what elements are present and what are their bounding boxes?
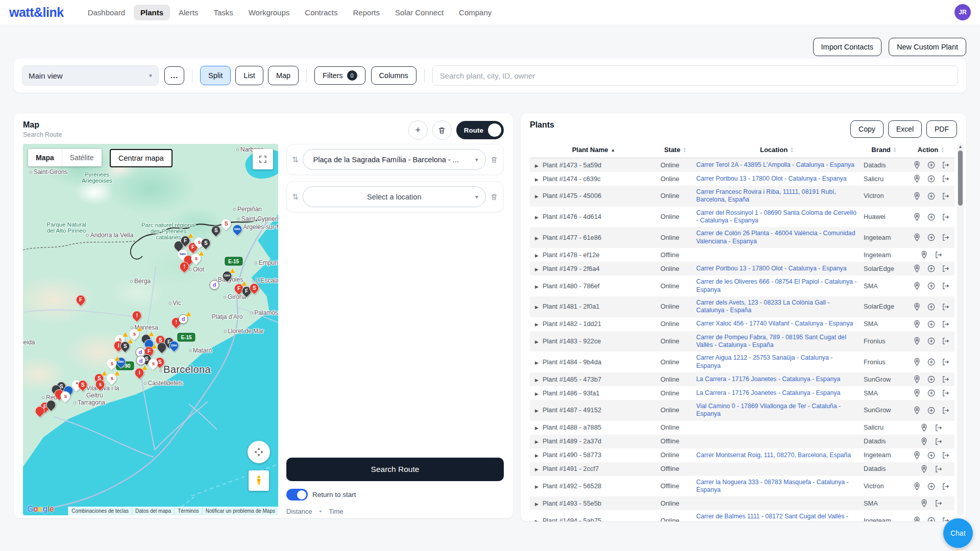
location-pin-icon[interactable] xyxy=(913,282,921,290)
plant-location-link[interactable]: Carrer de les Oliveres 666 - 08754 El Pa… xyxy=(693,276,861,296)
nav-item-dashboard[interactable]: Dashboard xyxy=(81,5,132,20)
open-external-icon[interactable] xyxy=(941,516,950,521)
location-pin-icon[interactable] xyxy=(913,161,921,169)
table-row[interactable]: ▶Plant #1493 - 55e5bOnlineSMA xyxy=(530,496,954,510)
open-external-icon[interactable] xyxy=(934,423,943,432)
location-pin-icon[interactable] xyxy=(913,516,921,521)
route-stop-select-2[interactable]: Select a location▾ xyxy=(303,186,486,207)
map-marker[interactable]: s xyxy=(149,359,158,368)
open-external-icon[interactable] xyxy=(941,161,950,169)
expand-row-icon[interactable]: ▶ xyxy=(535,284,538,289)
map-marker[interactable]: F xyxy=(76,295,85,305)
clear-route-button[interactable] xyxy=(432,120,452,140)
expand-row-icon[interactable]: ▶ xyxy=(535,339,538,344)
map-marker[interactable]: d xyxy=(179,314,188,324)
table-row[interactable]: ▶Plant #1492 - 56528OfflineCarrer la Nog… xyxy=(530,476,954,497)
location-pin-icon[interactable] xyxy=(913,320,921,329)
attribution-t-rminos[interactable]: Términos xyxy=(174,507,202,515)
plant-location-link[interactable]: La Carrera - 17176 Joanetes - Catalunya … xyxy=(693,386,861,400)
location-pin-icon[interactable] xyxy=(913,337,921,345)
plant-location-link[interactable]: Carrer Aigua 1212 - 25753 Sanaüja - Cata… xyxy=(693,352,861,372)
map-marker[interactable]: S xyxy=(201,238,210,248)
map-marker[interactable]: S xyxy=(211,226,220,235)
table-row[interactable]: ▶Plant #1476 - 4d614OnlineCarrer del Ros… xyxy=(530,207,954,228)
location-pin-icon[interactable] xyxy=(913,389,921,397)
search-route-button[interactable]: Search Route xyxy=(286,458,504,481)
drag-handle-icon[interactable]: ⇅ xyxy=(292,155,299,164)
open-external-icon[interactable] xyxy=(941,482,950,491)
table-row[interactable]: ▶Plant #1479 - 2f6a4OnlineCarrer Portbou… xyxy=(530,262,954,276)
expand-row-icon[interactable]: ▶ xyxy=(535,453,538,458)
add-icon[interactable] xyxy=(927,161,936,169)
nav-item-tasks[interactable]: Tasks xyxy=(207,5,239,20)
table-row[interactable]: ▶Plant #1494 - 5ab75OnlineCarrer de Balm… xyxy=(530,510,954,521)
map-marker[interactable]: ! xyxy=(132,311,141,320)
add-icon[interactable] xyxy=(927,303,936,311)
add-icon[interactable] xyxy=(927,451,936,460)
map-marker[interactable]: ! xyxy=(180,261,189,271)
location-pin-icon[interactable] xyxy=(913,233,921,242)
location-pin-icon[interactable] xyxy=(920,499,928,508)
location-pin-icon[interactable] xyxy=(920,423,928,432)
map-type-satelite[interactable]: Satélite xyxy=(62,149,102,166)
scrollbar-up-arrow[interactable]: ▲ xyxy=(957,143,964,149)
plant-location-link[interactable]: Carrer Portbou 13 - 17800 Olot - Catalun… xyxy=(693,172,861,186)
filters-button[interactable]: Filters 0 xyxy=(314,66,365,85)
table-row[interactable]: ▶Plant #1489 - 2a37dOfflineDatadis xyxy=(530,435,954,448)
table-row[interactable]: ▶Plant #1478 - ef12eOfflineIngeteam xyxy=(530,248,954,262)
column-header-state[interactable]: State▲▼ xyxy=(657,142,693,158)
map-marker[interactable]: S xyxy=(120,341,130,351)
add-icon[interactable] xyxy=(927,264,936,273)
open-external-icon[interactable] xyxy=(934,437,943,446)
plant-location-link[interactable]: La Carrera - 17176 Joanetes - Catalunya … xyxy=(693,372,861,386)
map-marker[interactable]: s xyxy=(107,358,116,368)
add-icon[interactable] xyxy=(927,375,936,384)
table-row[interactable]: ▶Plant #1488 - a7885OnlineSalicru xyxy=(530,421,954,435)
plant-location-link[interactable]: Carrer de Pompeu Fabra, 789 - 08195 Sant… xyxy=(693,331,861,352)
table-row[interactable]: ▶Plant #1491 - 2ccf7OfflineDatadis xyxy=(530,462,954,476)
plant-location-link[interactable]: Carrer Francesc Rovira i Riba, 11111, 08… xyxy=(693,186,861,207)
location-pin-icon[interactable] xyxy=(920,251,928,259)
open-external-icon[interactable] xyxy=(941,320,950,329)
import-contacts-button[interactable]: Import Contacts xyxy=(813,38,881,56)
add-icon[interactable] xyxy=(927,213,936,221)
map-marker[interactable] xyxy=(157,342,167,352)
expand-row-icon[interactable]: ▶ xyxy=(535,484,538,489)
plant-location-link[interactable]: Carrer Xaloc 456 - 17740 Vilafant - Cata… xyxy=(693,317,861,331)
sort-icon[interactable]: ▲▼ xyxy=(683,147,687,153)
add-icon[interactable] xyxy=(927,389,936,397)
add-icon[interactable] xyxy=(927,233,936,242)
columns-button[interactable]: Columns xyxy=(371,66,416,85)
add-icon[interactable] xyxy=(927,406,936,415)
location-pin-icon[interactable] xyxy=(920,437,928,446)
view-mode-split[interactable]: Split xyxy=(200,66,231,85)
scrollbar-thumb[interactable] xyxy=(958,151,963,206)
nav-item-reports[interactable]: Reports xyxy=(347,5,387,20)
add-icon[interactable] xyxy=(927,192,936,201)
plant-location-link[interactable]: Carrer la Noguera 333 - 08783 Masquefa -… xyxy=(693,476,861,497)
expand-row-icon[interactable]: ▶ xyxy=(535,467,538,472)
route-option-time[interactable]: Time xyxy=(329,508,343,515)
view-mode-map[interactable]: Map xyxy=(268,66,299,85)
expand-row-icon[interactable]: ▶ xyxy=(535,408,538,413)
add-icon[interactable] xyxy=(927,174,936,183)
location-pin-icon[interactable] xyxy=(913,303,921,311)
table-row[interactable]: ▶Plant #1482 - 1dd21OnlineCarrer Xaloc 4… xyxy=(530,317,954,331)
return-to-start-toggle[interactable] xyxy=(286,489,308,500)
expand-row-icon[interactable]: ▶ xyxy=(535,519,538,521)
table-row[interactable]: ▶Plant #1483 - 922ceOnlineCarrer de Pomp… xyxy=(530,331,954,352)
add-icon[interactable] xyxy=(927,516,936,521)
open-external-icon[interactable] xyxy=(941,174,950,183)
open-external-icon[interactable] xyxy=(934,465,943,473)
column-header-plant-name[interactable]: Plant Name▲ xyxy=(530,142,657,158)
new-custom-plant-button[interactable]: New Custom Plant xyxy=(889,38,966,56)
table-row[interactable]: ▶Plant #1481 - 2f0a1OnlineCarrer dels Av… xyxy=(530,296,954,317)
table-row[interactable]: ▶Plant #1490 - 58773OnlineCarrer Montser… xyxy=(530,448,954,462)
nav-item-alerts[interactable]: Alerts xyxy=(172,5,205,20)
nav-item-plants[interactable]: Plants xyxy=(134,5,170,20)
table-row[interactable]: ▶Plant #1473 - 5a59dOnlineCarrer Terol 2… xyxy=(530,158,954,172)
map-marker[interactable]: S xyxy=(249,283,259,293)
open-external-icon[interactable] xyxy=(941,451,950,460)
open-external-icon[interactable] xyxy=(941,406,950,415)
table-row[interactable]: ▶Plant #1487 - 49152OnlineVial Camino 0 … xyxy=(530,400,954,421)
